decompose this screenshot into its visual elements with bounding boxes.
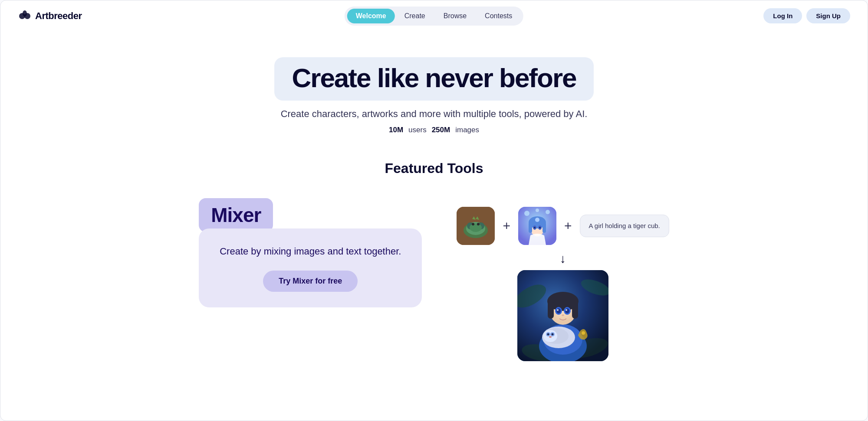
mixer-output-image: [517, 270, 608, 361]
logo[interactable]: Artbreeder: [18, 9, 82, 23]
hero-stats: 10M users 250M images: [9, 126, 859, 134]
svg-point-50: [566, 309, 567, 311]
login-button[interactable]: Log In: [763, 8, 802, 23]
svg-point-15: [546, 210, 550, 214]
auth-buttons: Log In Sign Up: [763, 8, 850, 23]
svg-point-23: [534, 227, 536, 228]
mixer-description-text: Create by mixing images and text togethe…: [220, 244, 401, 258]
blue-dragon-icon: [457, 207, 495, 245]
hero-section: Create like never before Create characte…: [0, 31, 868, 147]
svg-point-8: [470, 223, 482, 232]
svg-point-16: [536, 209, 539, 212]
mixer-prompt-text: A girl holding a tiger cub.: [589, 222, 660, 229]
svg-rect-20: [542, 222, 546, 233]
svg-point-52: [582, 331, 585, 335]
mixer-plus-2: +: [564, 219, 572, 233]
mixer-demo: +: [457, 198, 669, 361]
stat-users-bold: 10M: [389, 126, 403, 134]
try-mixer-button[interactable]: Try Mixer for free: [263, 271, 358, 292]
artbreeder-logo-icon: [18, 9, 32, 23]
nav-item-contests[interactable]: Contests: [476, 9, 521, 23]
svg-point-2: [23, 10, 27, 16]
svg-point-25: [535, 218, 539, 222]
mixer-input-image-1: [457, 207, 495, 245]
mixer-text-prompt: A girl holding a tiger cub.: [580, 215, 669, 238]
stat-users-text: users: [408, 126, 427, 134]
stat-images-text: images: [455, 126, 479, 134]
featured-tools-title: Featured Tools: [0, 160, 868, 176]
nav-item-create[interactable]: Create: [396, 9, 434, 23]
svg-point-24: [539, 227, 541, 228]
mixer-plus-1: +: [503, 219, 510, 233]
svg-point-48: [565, 308, 569, 313]
mixer-inputs-row: +: [457, 207, 669, 245]
svg-rect-19: [529, 222, 532, 233]
logo-text: Artbreeder: [35, 10, 82, 22]
nav-item-browse[interactable]: Browse: [435, 9, 475, 23]
mixer-input-image-2: [518, 207, 556, 245]
main-nav: Welcome Create Browse Contests: [345, 7, 523, 26]
blue-girl-icon: [518, 207, 556, 245]
mixer-down-arrow: ↓: [560, 253, 566, 265]
mixer-tool-name: Mixer: [211, 204, 261, 226]
svg-point-38: [547, 333, 549, 336]
svg-point-47: [556, 308, 561, 313]
hero-title-background: Create like never before: [274, 57, 593, 101]
svg-point-40: [549, 336, 552, 338]
svg-point-9: [472, 223, 474, 225]
hero-title: Create like never before: [292, 63, 576, 93]
mixer-card: Mixer Create by mixing images and text t…: [199, 198, 422, 307]
hero-subtitle: Create characters, artworks and more wit…: [9, 108, 859, 120]
stat-images-bold: 250M: [432, 126, 450, 134]
svg-point-49: [557, 309, 559, 311]
svg-point-10: [477, 223, 480, 225]
svg-point-51: [562, 314, 564, 316]
mixer-description-card: Create by mixing images and text togethe…: [199, 228, 422, 307]
tools-layout: Mixer Create by mixing images and text t…: [0, 198, 868, 361]
nav-item-welcome[interactable]: Welcome: [347, 9, 395, 23]
mixer-label-background: Mixer: [199, 198, 273, 232]
svg-point-39: [552, 333, 554, 336]
girl-with-tiger-svg: [517, 270, 608, 361]
signup-button[interactable]: Sign Up: [806, 8, 850, 23]
svg-point-14: [524, 211, 529, 216]
svg-rect-43: [548, 301, 554, 319]
featured-tools-section: Featured Tools Mixer Create by mixing im…: [0, 147, 868, 387]
